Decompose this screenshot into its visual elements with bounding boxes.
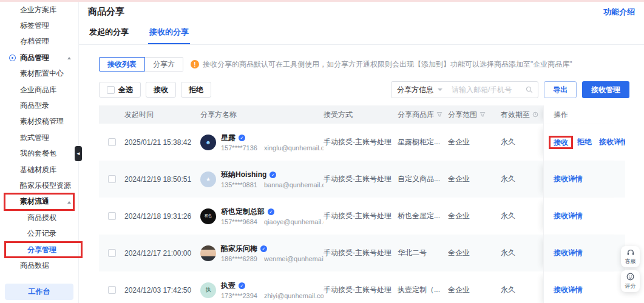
column-header-3: 接受方式 xyxy=(324,105,398,124)
column-header-7: 操作 xyxy=(543,105,625,124)
receive-detail-link[interactable]: 接收详情 xyxy=(554,174,583,184)
column-header-label: 分享商品库 xyxy=(398,110,434,120)
table-header-row: 发起时间分享方名称接受方式分享商品库分享范围有效期至操作 xyxy=(99,105,625,124)
chevron-up-icon xyxy=(67,57,71,59)
reject-label: 拒绝 xyxy=(189,85,203,95)
sidebar-item-12[interactable]: 素材流通 xyxy=(0,194,78,210)
headset-icon xyxy=(626,248,635,257)
sidebar-item-label: 商品授权 xyxy=(27,213,56,223)
share-scope-cell: 全企业 xyxy=(448,198,501,235)
receive-link[interactable]: 接收 xyxy=(554,138,568,147)
sidebar-item-6[interactable]: 商品型录 xyxy=(0,98,78,113)
sharer-info: 桥也定制总部✓157****9684qiaoye@qunhemail.com xyxy=(221,207,319,225)
verified-badge-icon: ✓ xyxy=(239,282,245,289)
sharer-info-select[interactable]: 分享方信息 xyxy=(391,85,448,95)
sidebar-item-label: 基础材质库 xyxy=(20,165,56,175)
export-button[interactable]: 导出 xyxy=(544,81,577,98)
row-checkbox[interactable] xyxy=(108,286,116,294)
sidebar-item-10[interactable]: 基础材质库 xyxy=(0,162,78,178)
receive-manage-label: 接收管理 xyxy=(591,85,620,95)
sidebar-item-13[interactable]: 商品授权 xyxy=(0,210,78,225)
actions-cell: 接收详情 xyxy=(543,161,625,198)
accept-method: 手动接受-主账号处理 xyxy=(324,248,391,258)
row-checkbox[interactable] xyxy=(108,212,116,220)
sidebar-item-7[interactable]: 素材投稿管理 xyxy=(0,114,78,130)
sidebar-item-label: 商品数据 xyxy=(20,261,49,271)
content-area: 接收列表分享方 ! 接收分享的商品默认可在工具侧使用，如分享方开通权限则会出现【… xyxy=(79,45,644,303)
receive-detail-link[interactable]: 接收详情 xyxy=(554,248,583,258)
search-input[interactable] xyxy=(448,85,526,94)
receive-detail-link[interactable]: 接收详情 xyxy=(554,285,583,295)
shared-library-cell: 星露橱柜定... xyxy=(398,124,448,161)
accept-method-cell: 手动接受-主账号处理 xyxy=(324,161,398,198)
sharer-email: banna@qunhemail.com xyxy=(264,181,324,188)
share-scope: 全企业 xyxy=(448,137,470,147)
sidebar-item-label: 款式管理 xyxy=(20,133,49,143)
column-header-4: 分享商品库 xyxy=(398,105,448,124)
shared-library-cell: 桥也全屋定... xyxy=(398,198,448,235)
view-toggle: 接收列表分享方 xyxy=(99,57,183,72)
view-toggle-sharer[interactable]: 分享方 xyxy=(145,57,183,72)
sidebar-item-8[interactable]: 款式管理 xyxy=(0,130,78,145)
clock-icon[interactable] xyxy=(532,112,538,118)
rating-widget[interactable]: 评分 xyxy=(621,270,640,292)
row-checkbox[interactable] xyxy=(108,138,116,146)
accept-button[interactable]: 接收 xyxy=(146,82,176,98)
sharer: ★班纳Hoishing✓135****0881banna@qunhemail.c… xyxy=(200,170,319,188)
view-toggle-receive-list[interactable]: 接收列表 xyxy=(99,57,145,72)
sidebar-collapse-handle[interactable]: ◄ xyxy=(75,146,82,161)
select-all-checkbox[interactable] xyxy=(107,86,115,94)
valid-until: 永久 xyxy=(501,137,515,147)
sidebar-item-label: 分享管理 xyxy=(27,245,56,255)
feature-intro-link[interactable]: 功能介绍 xyxy=(603,7,635,18)
sidebar-item-2[interactable]: 存档管理 xyxy=(0,34,78,50)
tab-received-shares[interactable]: 接收的分享 xyxy=(148,21,190,44)
app-root: 企业方案库标签管理存档管理商品管理素材配置中心企业商品库商品型录素材投稿管理款式… xyxy=(0,0,644,303)
reject-link[interactable]: 拒绝 xyxy=(577,137,592,147)
initiate-time: 2024/12/03 17:42:50 xyxy=(124,286,191,295)
search-icon[interactable] xyxy=(526,86,538,93)
sidebar-item-15[interactable]: 分享管理 xyxy=(0,242,78,258)
sidebar-item-11[interactable]: 酷家乐模型资源 xyxy=(0,178,78,193)
toggle-row: 接收列表分享方 ! 接收分享的商品默认可在工具侧使用，如分享方开通权限则会出现【… xyxy=(99,57,629,72)
sidebar-item-9[interactable]: 我的套餐包 xyxy=(0,146,78,162)
reject-button[interactable]: 拒绝 xyxy=(181,82,211,98)
sidebar-item-3[interactable]: 商品管理 xyxy=(0,50,78,65)
accept-method-cell: 手动接受-主账号处理 xyxy=(324,124,398,161)
sharer-contact-row: 173****2394zhiyi@qunhemail.com xyxy=(221,292,319,299)
sidebar-item-0[interactable]: 企业方案库 xyxy=(0,2,78,18)
verified-badge-icon: ✓ xyxy=(260,245,267,252)
customer-service-widget[interactable]: 客服 xyxy=(621,246,640,267)
sidebar-item-1[interactable]: 标签管理 xyxy=(0,18,78,33)
avatar: 桥也 xyxy=(200,208,216,224)
funnel-icon[interactable] xyxy=(480,112,486,118)
receive-manage-button[interactable]: 接收管理 xyxy=(582,81,629,98)
select-all-button[interactable]: 全选 xyxy=(99,82,141,98)
receive-detail-link[interactable]: 接收详情 xyxy=(554,211,583,221)
warning-icon: ! xyxy=(191,60,199,68)
main-panel: 商品分享 功能介绍 发起的分享接收的分享 接收列表分享方 ! 接收分享的商品默认… xyxy=(79,0,644,303)
product-management-icon xyxy=(9,55,16,61)
funnel-icon[interactable] xyxy=(436,112,442,118)
row-checkbox[interactable] xyxy=(108,249,116,257)
shared-library: 自定义商品... xyxy=(398,174,440,184)
row-checkbox-cell xyxy=(99,271,124,303)
sidebar-item-14[interactable]: 公开记录 xyxy=(0,225,78,241)
column-header-label: 有效期至 xyxy=(501,110,530,120)
export-label: 导出 xyxy=(553,85,568,95)
row-checkbox[interactable] xyxy=(108,175,116,183)
sidebar-item-5[interactable]: 企业商品库 xyxy=(0,82,78,98)
sidebar-item-4[interactable]: 素材配置中心 xyxy=(0,66,78,82)
chevron-down-icon xyxy=(438,88,442,91)
shared-library-cell: 执壹定制（... xyxy=(398,271,448,303)
accept-method-cell: 手动接受-主账号处理 xyxy=(324,271,398,303)
tab-bar: 发起的分享接收的分享 xyxy=(79,21,644,45)
tab-initiated-shares[interactable]: 发起的分享 xyxy=(88,21,130,44)
receive-detail-link[interactable]: 接收详情 xyxy=(599,137,625,147)
workbench-button[interactable]: 工作台 xyxy=(5,284,73,300)
filter-right-group: 分享方信息 导出 接收管理 xyxy=(391,81,629,98)
customer-service-label: 客服 xyxy=(625,258,636,265)
share-scope-cell: 全企业 xyxy=(448,124,501,161)
sharer-name: 班纳Hoishing xyxy=(221,170,266,180)
sidebar-item-16[interactable]: 商品数据 xyxy=(0,258,78,273)
